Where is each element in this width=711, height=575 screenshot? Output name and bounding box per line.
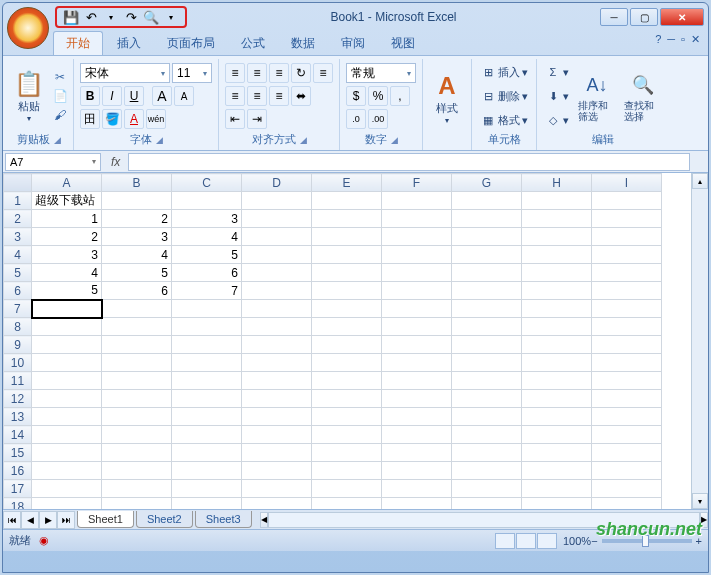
cell-F3[interactable] [382, 228, 452, 246]
cell-F9[interactable] [382, 336, 452, 354]
increase-indent[interactable]: ⇥ [247, 109, 267, 129]
qat-customize[interactable]: ▾ [163, 9, 179, 25]
sheet-tab-1[interactable]: Sheet1 [77, 511, 134, 528]
row-header-3[interactable]: 3 [4, 228, 32, 246]
cell-C2[interactable]: 3 [172, 210, 242, 228]
col-header-E[interactable]: E [312, 174, 382, 192]
row-header-16[interactable]: 16 [4, 462, 32, 480]
cell-F5[interactable] [382, 264, 452, 282]
cell-C17[interactable] [172, 480, 242, 498]
cell-G6[interactable] [452, 282, 522, 300]
cell-E2[interactable] [312, 210, 382, 228]
cell-A11[interactable] [32, 372, 102, 390]
cell-B16[interactable] [102, 462, 172, 480]
cell-E8[interactable] [312, 318, 382, 336]
cell-G12[interactable] [452, 390, 522, 408]
sheet-nav-prev[interactable]: ◀ [21, 511, 39, 529]
cell-H2[interactable] [522, 210, 592, 228]
paste-button[interactable]: 📋 粘贴 ▾ [9, 61, 49, 131]
fill-color-button[interactable]: 🪣 [102, 109, 122, 129]
cell-I16[interactable] [592, 462, 662, 480]
tab-review[interactable]: 审阅 [329, 32, 377, 55]
row-header-12[interactable]: 12 [4, 390, 32, 408]
cell-C13[interactable] [172, 408, 242, 426]
cell-B13[interactable] [102, 408, 172, 426]
sort-filter-button[interactable]: A↓ 排序和筛选 [575, 61, 619, 131]
decrease-decimal[interactable]: .00 [368, 109, 388, 129]
cell-I8[interactable] [592, 318, 662, 336]
cell-D14[interactable] [242, 426, 312, 444]
cell-C15[interactable] [172, 444, 242, 462]
cell-D6[interactable] [242, 282, 312, 300]
cell-B1[interactable] [102, 192, 172, 210]
cell-I13[interactable] [592, 408, 662, 426]
clipboard-dialog-launcher[interactable]: ◢ [54, 135, 61, 145]
cell-D18[interactable] [242, 498, 312, 510]
cell-C9[interactable] [172, 336, 242, 354]
cell-B14[interactable] [102, 426, 172, 444]
cell-H3[interactable] [522, 228, 592, 246]
cell-A1[interactable]: 超级下载站 [32, 192, 102, 210]
copy-icon[interactable]: 📄 [51, 87, 69, 105]
cell-A8[interactable] [32, 318, 102, 336]
align-center[interactable]: ≡ [247, 86, 267, 106]
insert-cells[interactable]: ⊞插入 ▾ [476, 62, 532, 83]
col-header-A[interactable]: A [32, 174, 102, 192]
fill-menu[interactable]: ⬇▾ [541, 86, 573, 107]
office-button[interactable] [7, 7, 49, 49]
cell-B2[interactable]: 2 [102, 210, 172, 228]
cell-E1[interactable] [312, 192, 382, 210]
cell-H1[interactable] [522, 192, 592, 210]
cell-G7[interactable] [452, 300, 522, 318]
styles-button[interactable]: A 样式 ▾ [427, 61, 467, 134]
number-dialog-launcher[interactable]: ◢ [391, 135, 398, 145]
zoom-level[interactable]: 100% [563, 535, 591, 547]
cell-H5[interactable] [522, 264, 592, 282]
cell-D9[interactable] [242, 336, 312, 354]
cell-I15[interactable] [592, 444, 662, 462]
orientation[interactable]: ↻ [291, 63, 311, 83]
format-cells[interactable]: ▦格式 ▾ [476, 110, 532, 131]
cell-I2[interactable] [592, 210, 662, 228]
merge-center[interactable]: ⬌ [291, 86, 311, 106]
cell-F11[interactable] [382, 372, 452, 390]
cell-H13[interactable] [522, 408, 592, 426]
cell-C4[interactable]: 5 [172, 246, 242, 264]
fx-icon[interactable]: fx [103, 155, 128, 169]
cell-A6[interactable]: 5 [32, 282, 102, 300]
close-button[interactable]: ✕ [660, 8, 704, 26]
col-header-G[interactable]: G [452, 174, 522, 192]
cell-A12[interactable] [32, 390, 102, 408]
cell-F12[interactable] [382, 390, 452, 408]
select-all[interactable] [4, 174, 32, 192]
cell-G9[interactable] [452, 336, 522, 354]
cell-F16[interactable] [382, 462, 452, 480]
col-header-B[interactable]: B [102, 174, 172, 192]
cell-C5[interactable]: 6 [172, 264, 242, 282]
row-header-17[interactable]: 17 [4, 480, 32, 498]
doc-restore[interactable]: ▫ [681, 33, 685, 46]
redo-icon[interactable]: ↷ [123, 9, 139, 25]
cell-C12[interactable] [172, 390, 242, 408]
cell-B7[interactable] [102, 300, 172, 318]
comma-button[interactable]: , [390, 86, 410, 106]
cell-H17[interactable] [522, 480, 592, 498]
cell-G13[interactable] [452, 408, 522, 426]
cell-I4[interactable] [592, 246, 662, 264]
cell-A4[interactable]: 3 [32, 246, 102, 264]
cell-D17[interactable] [242, 480, 312, 498]
cell-B18[interactable] [102, 498, 172, 510]
cell-D2[interactable] [242, 210, 312, 228]
cell-A2[interactable]: 1 [32, 210, 102, 228]
cell-I11[interactable] [592, 372, 662, 390]
cell-A17[interactable] [32, 480, 102, 498]
tab-view[interactable]: 视图 [379, 32, 427, 55]
col-header-H[interactable]: H [522, 174, 592, 192]
cell-E18[interactable] [312, 498, 382, 510]
row-header-7[interactable]: 7 [4, 300, 32, 318]
cell-H11[interactable] [522, 372, 592, 390]
print-preview-icon[interactable]: 🔍 [143, 9, 159, 25]
cell-I17[interactable] [592, 480, 662, 498]
cell-E4[interactable] [312, 246, 382, 264]
cell-A9[interactable] [32, 336, 102, 354]
